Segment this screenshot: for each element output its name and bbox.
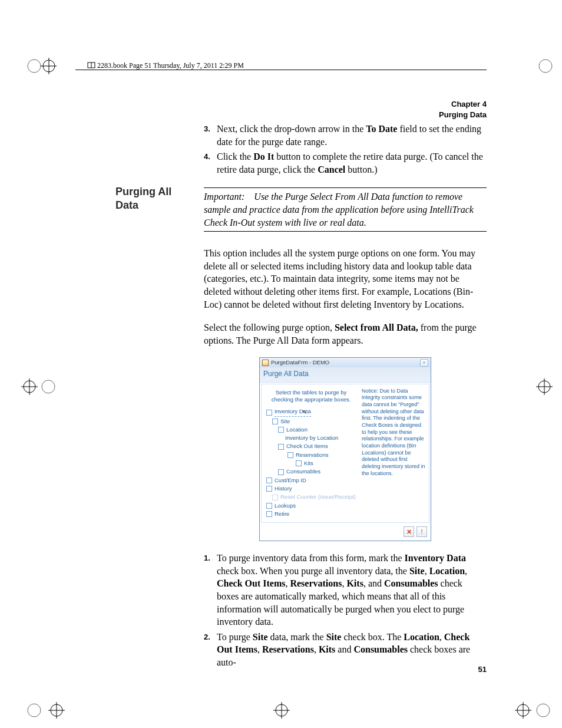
step-item: 3. Next, click the drop-down arrow in th… (204, 123, 487, 148)
chapter-number: Chapter 4 (439, 99, 487, 110)
checkbox-icon (266, 511, 272, 517)
document-page: 2283.book Page 51 Thursday, July 7, 2011… (0, 0, 562, 728)
registration-mark-icon (21, 687, 74, 722)
checkbox-history[interactable]: History (266, 485, 356, 493)
checkbox-kits[interactable]: Kits (266, 460, 356, 467)
checkbox-consumables[interactable]: Consumables (266, 468, 356, 476)
step-item: 1. To purge inventory data from this for… (204, 552, 487, 628)
step-number: 2. (204, 632, 217, 669)
cancel-button[interactable]: ✕ (404, 526, 414, 537)
paragraph: This option includes all the system purg… (204, 247, 487, 311)
checkbox-icon (266, 503, 272, 509)
checkbox-icon (278, 469, 284, 475)
checkbox-icon (266, 477, 272, 483)
dialog-form-title: Purge All Data (260, 367, 431, 382)
do-it-button[interactable]: ! (416, 526, 427, 537)
checkbox-icon (272, 419, 278, 424)
chapter-title: Purging Data (439, 110, 487, 120)
registration-mark-icon (21, 57, 57, 92)
book-icon (87, 62, 95, 69)
checkbox-lookups[interactable]: Lookups (266, 502, 356, 510)
checkbox-icon (272, 495, 278, 500)
section-heading: Purging AllData (115, 185, 171, 212)
step-item: 2. To purge Site data, mark the Site che… (204, 631, 487, 669)
important-body: Use the Purge Select From All Data funct… (204, 192, 474, 227)
checkbox-reset-counter[interactable]: Reset Counter (Issue/Receipt) (266, 493, 356, 501)
important-note: Important: Use the Purge Select From All… (204, 188, 487, 231)
step-body: Click the Do It button to complete the r… (217, 150, 487, 176)
checkbox-site[interactable]: Site (266, 418, 356, 426)
checkbox-reservations[interactable]: Reservations (266, 452, 356, 459)
crop-header-text: 2283.book Page 51 Thursday, July 7, 2011… (87, 61, 244, 70)
checkbox-check-out-items[interactable]: Check Out Items (266, 443, 356, 450)
checkbox-icon (278, 427, 284, 433)
important-label: Important: (204, 192, 244, 202)
svg-point-12 (28, 704, 41, 717)
checkbox-location[interactable]: Location (266, 426, 356, 434)
step-number: 4. (204, 151, 217, 176)
divider (204, 231, 487, 232)
step-body: To purge inventory data from this form, … (217, 552, 487, 628)
svg-point-8 (42, 380, 55, 393)
checkbox-inventory-data[interactable]: Inventory Data (266, 408, 356, 417)
app-icon (262, 360, 269, 366)
step-item: 4. Click the Do It button to complete th… (204, 150, 487, 176)
registration-mark-icon (13, 371, 66, 407)
window-close-button[interactable]: × (420, 359, 428, 367)
checkbox-icon (266, 410, 272, 416)
page-number: 51 (478, 665, 487, 674)
content-column: 3. Next, click the drop-down arrow in th… (204, 123, 487, 671)
window-title: PurgeDataFrm - DEMO (271, 359, 329, 367)
registration-mark-icon (527, 371, 562, 407)
checkbox-icon (278, 444, 284, 450)
checkbox-icon (296, 460, 302, 466)
paragraph: Select the following purge option, Selec… (204, 321, 487, 347)
dialog-titlebar: PurgeDataFrm - DEMO × (260, 358, 431, 367)
label-inventory-by-location: Inventory by Location (266, 434, 356, 442)
svg-point-0 (28, 60, 41, 73)
checkbox-retire[interactable]: Retire (266, 510, 356, 518)
chapter-heading: Chapter 4 Purging Data (439, 99, 487, 120)
registration-mark-icon (510, 687, 557, 722)
registration-mark-icon (264, 687, 299, 722)
svg-point-22 (537, 704, 550, 717)
step-body: Next, click the drop-down arrow in the T… (217, 123, 487, 148)
checkbox-cust-emp-id[interactable]: Cust/Emp ID (266, 477, 356, 485)
checkbox-icon (266, 486, 272, 492)
step-body: To purge Site data, mark the Site check … (217, 631, 487, 669)
dialog-notice: Notice: Due to Data integrity constraint… (358, 388, 425, 519)
crop-header-label: 2283.book Page 51 Thursday, July 7, 2011… (97, 61, 244, 70)
cursor-icon: ↖ (302, 408, 307, 416)
svg-point-4 (539, 60, 552, 73)
step-number: 3. (204, 124, 217, 148)
dialog-instruction: Select the tables to purge by checking t… (266, 389, 356, 404)
registration-mark-icon (534, 57, 557, 80)
purge-dialog-screenshot: PurgeDataFrm - DEMO × Purge All Data Sel… (259, 357, 431, 541)
checkbox-icon (287, 452, 293, 458)
step-number: 1. (204, 553, 217, 628)
